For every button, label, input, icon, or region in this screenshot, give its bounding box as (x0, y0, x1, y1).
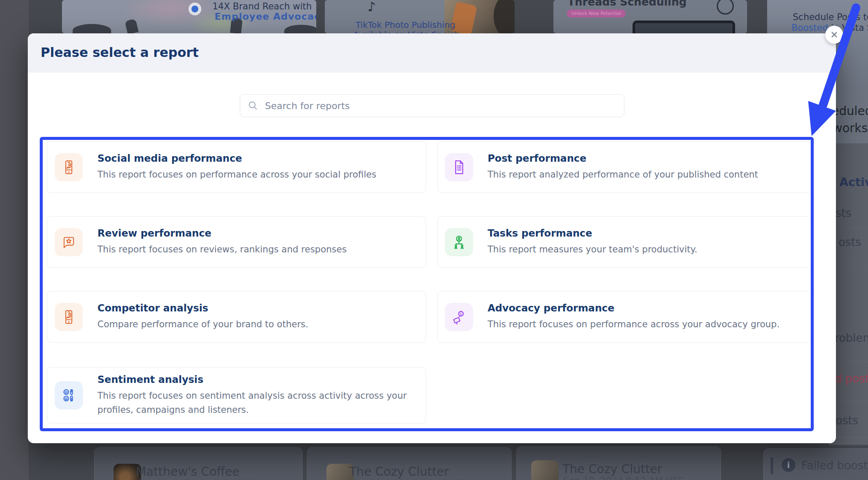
report-description: This report focuses on sentiment analysi… (97, 389, 414, 417)
phone-chart-icon (55, 303, 83, 331)
report-title: Social media performance (97, 153, 377, 164)
promo-title: Threads Scheduling (568, 0, 687, 8)
tiktok-logo-icon: ♪ (368, 0, 376, 14)
background-menu-item: roblem (835, 332, 868, 344)
background-menu-item: sts (836, 207, 851, 219)
background-headline-fragment: eduled (832, 104, 868, 118)
activity-heading-fragment: Activ (839, 175, 868, 189)
promo-text: Available on Vista Social (353, 30, 457, 33)
sentiment-faces-icon (55, 381, 83, 409)
modal-title: Please select a report (41, 33, 199, 72)
report-title: Competitor analysis (97, 302, 308, 314)
report-card-advocacy-performance[interactable]: $ Advocacy performance This report focus… (437, 291, 814, 343)
failed-boosts-card: i Failed boosts (763, 448, 868, 480)
cursor-bar (771, 457, 773, 474)
profile-name: The Cozy Clutter (349, 465, 449, 479)
report-card-sentiment-analysis[interactable]: Sentiment analysis This report focuses o… (47, 367, 426, 424)
promo-badge: Unlock New Potential (567, 9, 626, 18)
person-silhouette (73, 24, 111, 33)
modal-header: Please select a report (28, 33, 836, 72)
profile-card: Matthew's Coffee Sep 19, 2024 9:15 PM UT… (94, 447, 303, 480)
report-description: This report focuses on performance acros… (97, 168, 377, 182)
profile-date: Sep 19, 2024 8:52 AM UTC (563, 476, 683, 480)
promo-text: TikTok Photo Publishing (356, 20, 455, 30)
background-menu-item: osts (836, 414, 858, 427)
report-card-post-performance[interactable]: Post performance This report analyzed pe… (437, 141, 814, 193)
report-description: Compare performance of your brand to oth… (97, 317, 308, 332)
promo-text: 14X Brand Reach with (212, 1, 312, 12)
team-hierarchy-icon (445, 228, 473, 256)
report-description: This report measures your team's product… (488, 243, 697, 257)
review-bubble-star-icon (55, 228, 83, 256)
close-button[interactable] (825, 26, 843, 44)
svg-text:$: $ (460, 311, 462, 315)
person-silhouette (284, 25, 316, 33)
search-icon (247, 100, 259, 113)
profile-date: Sep 19, 2024 1:32 AM UTC (350, 478, 470, 480)
megaphone-dollar-icon: $ (445, 303, 473, 331)
report-card-tasks-performance[interactable]: Tasks performance This report measures y… (437, 216, 814, 268)
report-title: Advocacy performance (488, 302, 780, 314)
report-description: This report focuses on performance acros… (488, 317, 780, 332)
document-icon (445, 153, 473, 181)
profile-card: The Cozy Clutter Sep 19, 2024 8:52 AM UT… (516, 446, 721, 480)
background-left-rail (0, 0, 29, 480)
search-field (240, 94, 624, 117)
background-menu-item-failed-posts: d posts (835, 372, 868, 385)
report-description: This report analyzed performance of your… (488, 168, 758, 182)
report-title: Sentiment analysis (97, 374, 414, 385)
network-badge-icon (191, 6, 198, 12)
report-title: Post performance (488, 153, 758, 164)
failed-boosts-label: Failed boosts (801, 459, 868, 472)
laptop-screen (635, 23, 733, 33)
report-select-modal: Please select a report Social media perf… (28, 33, 836, 443)
profile-date: Sep 19, 2024 9:15 PM UTC (137, 478, 256, 480)
person-image (494, 0, 515, 33)
promo-card-threads: Threads Scheduling Unlock New Potential (553, 0, 747, 33)
screen: 14X Brand Reach with Employee Advocacy ♪… (0, 0, 868, 480)
report-card-competitor-analysis[interactable]: Competitor analysis Compare performance … (47, 291, 426, 343)
profile-name: The Cozy Clutter (562, 462, 662, 476)
info-icon: i (782, 458, 795, 472)
background-menu-item: osts (839, 236, 861, 249)
promo-text-accent: Boosted (791, 23, 828, 33)
promo-card-employee-advocacy: 14X Brand Reach with Employee Advocacy (62, 0, 316, 33)
threads-logo-icon (717, 0, 734, 15)
report-title: Tasks performance (488, 228, 697, 239)
background-headline-fragment: works! (833, 121, 868, 135)
avatar (531, 460, 559, 480)
promo-card-tiktok: ♪ TikTok Photo Publishing Available on V… (325, 0, 515, 33)
close-icon (829, 30, 839, 40)
report-description: This report focuses on reviews, rankings… (97, 243, 347, 257)
report-card-social-media-performance[interactable]: Social media performance This report foc… (47, 141, 426, 193)
profile-name: Matthew's Coffee (136, 465, 240, 479)
profile-card: The Cozy Clutter Sep 19, 2024 1:32 AM UT… (307, 447, 512, 480)
report-title: Review performance (97, 228, 347, 239)
phone-chart-icon (55, 153, 83, 181)
promo-text: Schedule Posts to G (793, 12, 868, 22)
report-card-review-performance[interactable]: Review performance This report focuses o… (47, 216, 426, 268)
promo-text-accent: Employee Advocacy (215, 11, 316, 22)
search-input[interactable] (240, 94, 624, 117)
